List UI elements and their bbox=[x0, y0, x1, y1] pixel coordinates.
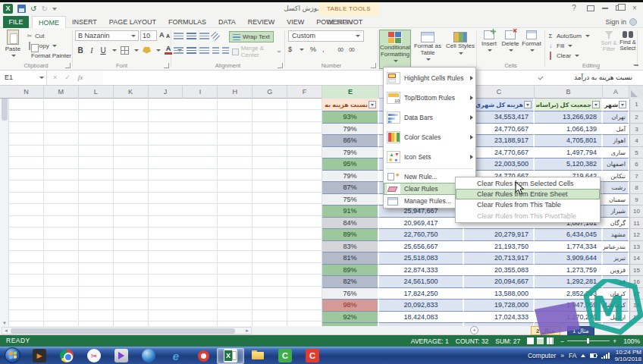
cell-population[interactable]: 1,497,794 bbox=[535, 147, 603, 159]
cell-city[interactable]: اصفهان bbox=[603, 158, 629, 171]
column-header[interactable]: L bbox=[79, 86, 114, 99]
menu-item-highlight-cells-rules[interactable]: Highlight Cells Rules bbox=[384, 68, 475, 88]
page-layout-view-icon[interactable] bbox=[537, 337, 544, 344]
tab-data[interactable]: DATA bbox=[212, 16, 242, 28]
alignment-dialog-launcher[interactable] bbox=[278, 63, 283, 68]
row-number[interactable]: 5 bbox=[629, 147, 643, 159]
row-number[interactable]: 1 bbox=[629, 99, 643, 111]
menu-item-color-scales[interactable]: Color Scales bbox=[384, 127, 475, 147]
zoom-slider[interactable] bbox=[567, 340, 610, 341]
taskbar-icon-excel[interactable]: X bbox=[217, 348, 244, 364]
increase-indent-icon[interactable] bbox=[222, 47, 229, 55]
percent-style-icon[interactable]: % bbox=[310, 46, 316, 53]
table-header-b[interactable]: جمعیت کل (براساس آمار bbox=[535, 99, 603, 111]
tab-file[interactable]: FILE bbox=[3, 16, 29, 28]
cell-population[interactable]: 1,292,281 bbox=[535, 276, 603, 288]
cell-ratio[interactable]: 81% bbox=[322, 253, 379, 265]
normal-view-icon[interactable] bbox=[527, 337, 534, 344]
font-size-input[interactable]: 10 bbox=[140, 30, 157, 41]
cell-city[interactable]: تنکابن bbox=[603, 171, 629, 183]
cell-ratio[interactable]: 87% bbox=[322, 182, 379, 194]
cell-city[interactable]: شیراز bbox=[603, 206, 629, 218]
row-number[interactable]: 10 bbox=[629, 206, 643, 218]
tray-show-hidden-icon[interactable] bbox=[581, 354, 585, 357]
cell-income[interactable]: 17,824,250 bbox=[379, 288, 464, 300]
taskbar-icon-opera[interactable] bbox=[190, 348, 217, 364]
column-header[interactable]: M bbox=[44, 86, 79, 99]
cell-city[interactable]: مشهد bbox=[603, 229, 629, 241]
tray-expand-icon[interactable]: » bbox=[560, 352, 564, 359]
cell-ratio[interactable]: 93% bbox=[322, 111, 379, 124]
autosum-button[interactable]: ΣAutoSum bbox=[547, 31, 598, 41]
row-number[interactable]: 13 bbox=[629, 241, 643, 253]
cell-ratio[interactable]: 98% bbox=[322, 300, 379, 312]
find-select-button[interactable]: Find & Select bbox=[619, 31, 637, 52]
tab-insert[interactable]: INSERT bbox=[66, 16, 103, 28]
cell-ratio[interactable]: 79% bbox=[322, 147, 379, 159]
delete-button[interactable]: Delete bbox=[500, 30, 521, 54]
row-number[interactable]: 16 bbox=[629, 276, 643, 288]
cell-city[interactable]: اردبیل bbox=[603, 312, 629, 324]
column-header[interactable]: G bbox=[252, 86, 287, 99]
network-signal-icon[interactable] bbox=[601, 353, 610, 359]
cell-ratio[interactable]: 92% bbox=[322, 312, 379, 324]
fill-color-icon[interactable] bbox=[143, 47, 151, 54]
merge-center-button[interactable]: Merge & Center bbox=[229, 46, 284, 57]
cell-ratio[interactable]: 75% bbox=[322, 194, 379, 206]
insert-button[interactable]: Insert bbox=[478, 30, 500, 54]
select-all-corner[interactable] bbox=[629, 86, 643, 99]
cell-city[interactable]: اهواز bbox=[603, 135, 629, 147]
tab-formulas[interactable]: FORMULAS bbox=[162, 16, 212, 28]
decrease-decimal-icon[interactable]: 00 bbox=[349, 47, 354, 52]
help-icon[interactable]: ? bbox=[569, 4, 579, 12]
page-break-view-icon[interactable] bbox=[547, 337, 554, 344]
comma-style-icon[interactable]: , bbox=[322, 46, 325, 53]
cell-income[interactable]: 24,561,500 bbox=[379, 276, 464, 288]
cell-city[interactable]: تهران bbox=[603, 111, 629, 124]
cell-ratio[interactable]: 82% bbox=[322, 276, 379, 288]
cell-city[interactable]: سمنان bbox=[603, 194, 629, 206]
align-bottom-icon[interactable] bbox=[199, 33, 209, 40]
cell-population[interactable]: 1,066,139 bbox=[535, 124, 603, 136]
cell-ratio[interactable]: 91% bbox=[322, 206, 379, 218]
cell-ratio[interactable]: 84% bbox=[322, 218, 379, 230]
filter-icon[interactable] bbox=[619, 101, 626, 108]
sort-filter-button[interactable]: Sort & Filter bbox=[600, 31, 618, 52]
submenu-item-clear-selected-cells[interactable]: Clear Rules from Selected Cells bbox=[456, 178, 600, 189]
cell-expense[interactable]: 19,728,000 bbox=[464, 300, 535, 312]
cell-expense[interactable]: 21,193,750 bbox=[464, 241, 535, 253]
row-number[interactable]: 11 bbox=[629, 218, 643, 230]
cell-ratio[interactable]: 79% bbox=[322, 171, 379, 183]
collapse-ribbon-icon[interactable] bbox=[633, 64, 638, 67]
fill-button[interactable]: ↓Fill bbox=[547, 41, 598, 51]
minimize-icon[interactable] bbox=[602, 8, 608, 9]
cell-income[interactable]: 22,874,333 bbox=[379, 265, 464, 277]
zoom-slider-thumb[interactable] bbox=[587, 338, 589, 344]
new-sheet-button[interactable]: + bbox=[470, 326, 478, 334]
tab-home[interactable]: HOME bbox=[32, 16, 66, 28]
wrap-text-button[interactable]: Wrap Text bbox=[229, 31, 274, 42]
row-number[interactable]: 19 bbox=[629, 312, 643, 324]
scroll-down-icon[interactable]: ▼ bbox=[0, 321, 9, 325]
cell-ratio[interactable]: 95% bbox=[322, 158, 379, 171]
taskbar-icon-internet-explorer[interactable]: e bbox=[162, 348, 190, 364]
format-as-table-button[interactable]: Format as Table bbox=[412, 30, 444, 69]
cell-income[interactable]: 20,969,417 bbox=[379, 218, 464, 230]
restore-icon[interactable] bbox=[616, 5, 622, 11]
sign-in[interactable]: Sign in bbox=[605, 16, 637, 28]
accounting-format-icon[interactable]: $ bbox=[288, 46, 292, 53]
column-header[interactable]: H bbox=[218, 86, 252, 99]
cell-expense[interactable]: 20,279,917 bbox=[464, 229, 535, 241]
tab-view[interactable]: VIEW bbox=[281, 16, 310, 28]
column-header-e[interactable]: E bbox=[322, 86, 379, 99]
row-number[interactable]: 18 bbox=[629, 300, 643, 312]
column-header[interactable]: N bbox=[9, 86, 44, 99]
cell-population[interactable]: 1,774,334 bbox=[535, 241, 603, 253]
empty-grid-area[interactable] bbox=[9, 99, 322, 326]
cell-city[interactable]: بندرعباس bbox=[603, 241, 629, 253]
row-number[interactable]: 8 bbox=[629, 182, 643, 194]
menu-item-icon-sets[interactable]: ▲■▼● Icon Sets bbox=[384, 147, 475, 167]
column-header-b[interactable]: B bbox=[535, 86, 603, 99]
submenu-item-clear-entire-sheet[interactable]: Clear Rules from Entire Sheet bbox=[456, 189, 600, 199]
clipboard-dialog-launcher[interactable] bbox=[65, 63, 71, 68]
